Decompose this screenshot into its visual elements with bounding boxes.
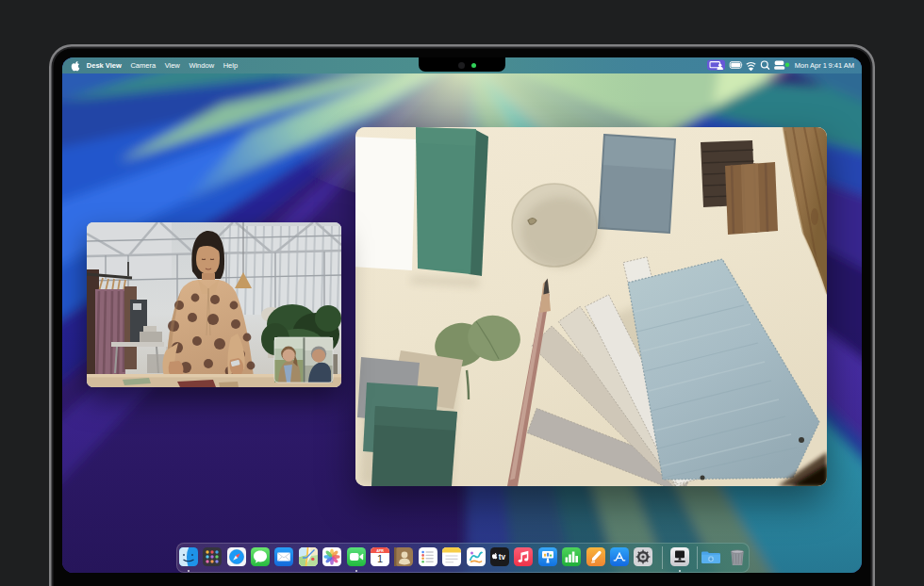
svg-text:Mon Apr 1: Mon Apr 1 — [795, 61, 827, 70]
svg-text:9:41 AM: 9:41 AM — [828, 61, 854, 70]
svg-text:APR: APR — [376, 549, 384, 553]
svg-text:1: 1 — [377, 553, 383, 564]
svg-text:tv: tv — [499, 553, 506, 562]
